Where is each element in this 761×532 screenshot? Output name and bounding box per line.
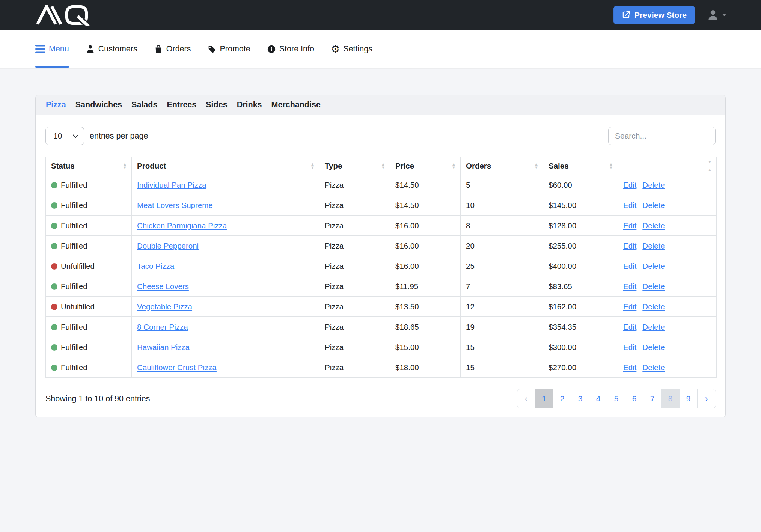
pagination-page-3[interactable]: 3 — [571, 389, 589, 408]
edit-link[interactable]: Edit — [623, 323, 636, 331]
product-link[interactable]: Cheese Lovers — [137, 282, 189, 291]
header-type[interactable]: Type▲▼ — [319, 157, 390, 175]
pagination-page-7[interactable]: 7 — [643, 389, 662, 408]
tab-salads[interactable]: Salads — [131, 100, 157, 110]
tab-merchandise[interactable]: Merchandise — [271, 100, 321, 110]
nav-item-promote[interactable]: Promote — [207, 30, 250, 69]
orders-cell: 15 — [461, 337, 543, 357]
status-dot — [51, 263, 57, 270]
status-label: Fulfilled — [61, 363, 87, 372]
delete-link[interactable]: Delete — [642, 282, 665, 291]
edit-link[interactable]: Edit — [623, 363, 636, 372]
product-link[interactable]: Taco Pizza — [137, 262, 174, 270]
delete-link[interactable]: Delete — [642, 323, 665, 331]
preview-store-button[interactable]: Preview Store — [613, 6, 695, 24]
header-actions[interactable]: ▼▲ — [618, 157, 717, 175]
tab-drinks[interactable]: Drinks — [237, 100, 262, 110]
nav-item-orders[interactable]: Orders — [154, 30, 191, 69]
status-dot — [51, 243, 57, 249]
actions-cell: EditDelete — [618, 256, 717, 276]
header-product[interactable]: Product▲▼ — [132, 157, 319, 175]
type-cell: Pizza — [319, 276, 390, 297]
pagination-next[interactable]: › — [698, 389, 716, 408]
external-link-icon — [622, 11, 630, 19]
pagination-page-4[interactable]: 4 — [589, 389, 607, 408]
header-price[interactable]: Price▲▼ — [390, 157, 461, 175]
tab-sandwiches[interactable]: Sandwiches — [75, 100, 122, 110]
product-link[interactable]: Cauliflower Crust Pizza — [137, 363, 217, 372]
product-cell: Taco Pizza — [132, 256, 319, 276]
delete-link[interactable]: Delete — [642, 241, 665, 250]
product-link[interactable]: Chicken Parmigiana Pizza — [137, 221, 227, 230]
pagination-page-5[interactable]: 5 — [607, 389, 625, 408]
aiq-logo[interactable] — [35, 5, 96, 26]
status-label: Fulfilled — [61, 241, 87, 250]
delete-link[interactable]: Delete — [642, 221, 665, 230]
tab-sides[interactable]: Sides — [206, 100, 227, 110]
pagination-page-8[interactable]: 8 — [662, 389, 680, 408]
category-tabs: Pizza Sandwiches Salads Entrees Sides Dr… — [36, 95, 725, 115]
pagination-page-6[interactable]: 6 — [625, 389, 643, 408]
type-cell: Pizza — [319, 357, 390, 378]
nav-item-customers[interactable]: Customers — [86, 30, 137, 69]
price-cell: $13.50 — [390, 297, 461, 317]
delete-link[interactable]: Delete — [642, 302, 665, 311]
edit-link[interactable]: Edit — [623, 221, 636, 230]
header-status[interactable]: Status▲▼ — [46, 157, 132, 175]
product-link[interactable]: Individual Pan Pizza — [137, 181, 206, 189]
delete-link[interactable]: Delete — [642, 363, 665, 372]
delete-link[interactable]: Delete — [642, 181, 665, 189]
header-orders[interactable]: Orders▲▼ — [461, 157, 543, 175]
delete-link[interactable]: Delete — [642, 201, 665, 209]
product-cell: Hawaiian Pizza — [132, 337, 319, 357]
product-link[interactable]: 8 Corner Pizza — [137, 323, 188, 331]
actions-cell: EditDelete — [618, 276, 717, 297]
pagination-page-9[interactable]: 9 — [680, 389, 698, 408]
status-label: Fulfilled — [61, 181, 87, 189]
pagination-prev[interactable]: ‹ — [517, 389, 535, 408]
edit-link[interactable]: Edit — [623, 181, 636, 189]
sort-icon: ▲▼ — [609, 163, 613, 169]
product-cell: Individual Pan Pizza — [132, 175, 319, 195]
sales-cell: $300.00 — [543, 337, 618, 357]
actions-cell: EditDelete — [618, 317, 717, 337]
nav-item-menu[interactable]: Menu — [35, 30, 69, 69]
status-cell: Fulfilled — [46, 317, 132, 337]
sales-cell: $128.00 — [543, 216, 618, 236]
pagination-page-1[interactable]: 1 — [535, 389, 553, 408]
edit-link[interactable]: Edit — [623, 241, 636, 250]
sales-cell: $162.00 — [543, 297, 618, 317]
actions-cell: EditDelete — [618, 175, 717, 195]
pagination-page-2[interactable]: 2 — [553, 389, 571, 408]
product-cell: 8 Corner Pizza — [132, 317, 319, 337]
tab-pizza[interactable]: Pizza — [46, 100, 66, 110]
product-link[interactable]: Double Pepperoni — [137, 241, 199, 250]
edit-link[interactable]: Edit — [623, 262, 636, 270]
product-link[interactable]: Meat Lovers Supreme — [137, 201, 213, 209]
status-dot — [51, 344, 57, 351]
price-cell: $18.00 — [390, 357, 461, 378]
header-sales[interactable]: Sales▲▼ — [543, 157, 618, 175]
status-label: Fulfilled — [61, 221, 87, 230]
product-cell: Cheese Lovers — [132, 276, 319, 297]
sales-cell: $270.00 — [543, 357, 618, 378]
status-cell: Unfulfilled — [46, 297, 132, 317]
search-input[interactable] — [608, 127, 716, 145]
delete-link[interactable]: Delete — [642, 262, 665, 270]
entries-per-page-select[interactable]: 10 — [45, 127, 84, 145]
product-link[interactable]: Hawaiian Pizza — [137, 343, 190, 351]
delete-link[interactable]: Delete — [642, 343, 665, 351]
edit-link[interactable]: Edit — [623, 343, 636, 351]
product-link[interactable]: Vegetable Pizza — [137, 302, 192, 311]
status-label: Unfulfilled — [61, 302, 95, 311]
gear-icon: ⚙ — [331, 45, 340, 54]
tab-entrees[interactable]: Entrees — [167, 100, 196, 110]
edit-link[interactable]: Edit — [623, 302, 636, 311]
table-footer: Showing 1 to 10 of 90 entries ‹ 1 2 3 4 … — [45, 389, 716, 408]
edit-link[interactable]: Edit — [623, 282, 636, 291]
nav-item-settings[interactable]: ⚙ Settings — [331, 30, 372, 69]
user-menu[interactable] — [707, 9, 726, 21]
edit-link[interactable]: Edit — [623, 201, 636, 209]
orders-cell: 8 — [461, 216, 543, 236]
nav-item-store-info[interactable]: Store Info — [267, 30, 314, 69]
